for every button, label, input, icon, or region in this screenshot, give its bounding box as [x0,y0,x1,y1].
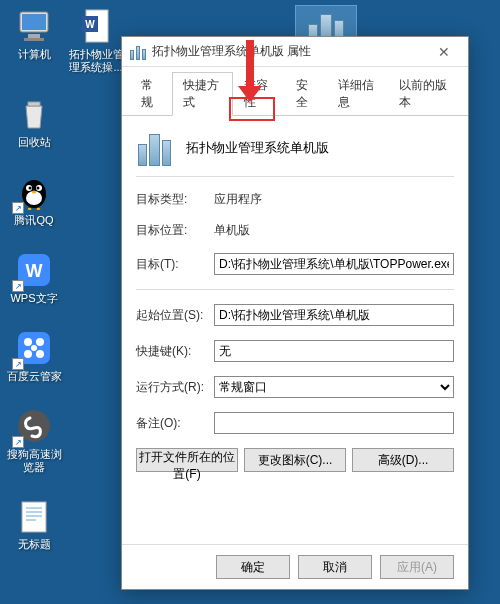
run-mode-label: 运行方式(R): [136,379,214,396]
advanced-button[interactable]: 高级(D)... [352,448,454,472]
comment-label: 备注(O): [136,415,214,432]
svg-point-22 [31,345,37,351]
svg-rect-7 [28,102,40,106]
start-in-input[interactable] [214,304,454,326]
shortcut-overlay-icon: ↗ [12,436,24,448]
svg-point-19 [36,338,44,346]
tab-previous-versions[interactable]: 以前的版本 [388,72,460,116]
shortcut-key-label: 快捷键(K): [136,343,214,360]
svg-rect-2 [28,34,40,38]
start-in-label: 起始位置(S): [136,307,214,324]
app-name: 拓扑物业管理系统单机版 [186,139,329,157]
svg-point-21 [36,350,44,358]
dialog-app-icon [130,44,146,60]
properties-dialog: 拓扑物业管理系统单机版 属性 ✕ 常规 快捷方式 兼容性 安全 详细信息 以前的… [121,36,469,590]
target-label: 目标(T): [136,256,214,273]
svg-text:W: W [85,19,95,30]
target-input[interactable] [214,253,454,275]
desktop-icon-sogou[interactable]: ↗ 搜狗高速浏览器 [4,406,64,474]
svg-point-12 [29,187,32,190]
change-icon-button[interactable]: 更改图标(C)... [244,448,346,472]
cancel-button[interactable]: 取消 [298,555,372,579]
run-mode-select[interactable]: 常规窗口 [214,376,454,398]
tab-strip: 常规 快捷方式 兼容性 安全 详细信息 以前的版本 [122,67,468,116]
shortcut-key-input[interactable] [214,340,454,362]
svg-point-18 [24,338,32,346]
desktop-icon-word-doc[interactable]: W 拓扑物业管理系统操... [66,6,126,74]
divider [136,289,454,290]
tab-body: 拓扑物业管理系统单机版 目标类型: 应用程序 目标位置: 单机版 目标(T): … [122,116,468,544]
open-file-location-button[interactable]: 打开文件所在的位置(F) [136,448,238,472]
svg-rect-24 [22,502,46,532]
divider [136,176,454,177]
svg-point-20 [24,350,32,358]
svg-point-13 [37,187,40,190]
close-button[interactable]: ✕ [424,38,464,66]
shortcut-overlay-icon: ↗ [12,280,24,292]
desktop-icon-baidu[interactable]: ↗ 百度云管家 [4,328,64,383]
dialog-footer: 确定 取消 应用(A) [122,544,468,589]
dialog-titlebar[interactable]: 拓扑物业管理系统单机版 属性 ✕ [122,37,468,67]
apply-button[interactable]: 应用(A) [380,555,454,579]
tab-shortcut[interactable]: 快捷方式 [172,72,234,116]
comment-input[interactable] [214,412,454,434]
desktop-icon-notepad[interactable]: 无标题 [4,496,64,551]
tab-compatibility[interactable]: 兼容性 [233,72,285,116]
svg-point-14 [32,191,36,194]
tab-general[interactable]: 常规 [130,72,172,116]
svg-text:W: W [26,261,43,281]
ok-button[interactable]: 确定 [216,555,290,579]
target-location-value: 单机版 [214,222,250,239]
desktop-icon-computer[interactable]: 计算机 [4,6,64,61]
dialog-title: 拓扑物业管理系统单机版 属性 [152,43,424,60]
desktop-icon-wps[interactable]: W↗ WPS文字 [4,250,64,305]
target-type-label: 目标类型: [136,191,214,208]
svg-rect-3 [24,38,44,41]
desktop-icon-recycle[interactable]: 回收站 [4,94,64,149]
desktop-icon-qq[interactable]: ↗ 腾讯QQ [4,172,64,227]
target-type-value: 应用程序 [214,191,262,208]
app-icon-large [136,130,172,166]
target-location-label: 目标位置: [136,222,214,239]
tab-security[interactable]: 安全 [285,72,327,116]
tab-details[interactable]: 详细信息 [327,72,389,116]
shortcut-overlay-icon: ↗ [12,358,24,370]
shortcut-overlay-icon: ↗ [12,202,24,214]
svg-rect-1 [22,14,46,30]
